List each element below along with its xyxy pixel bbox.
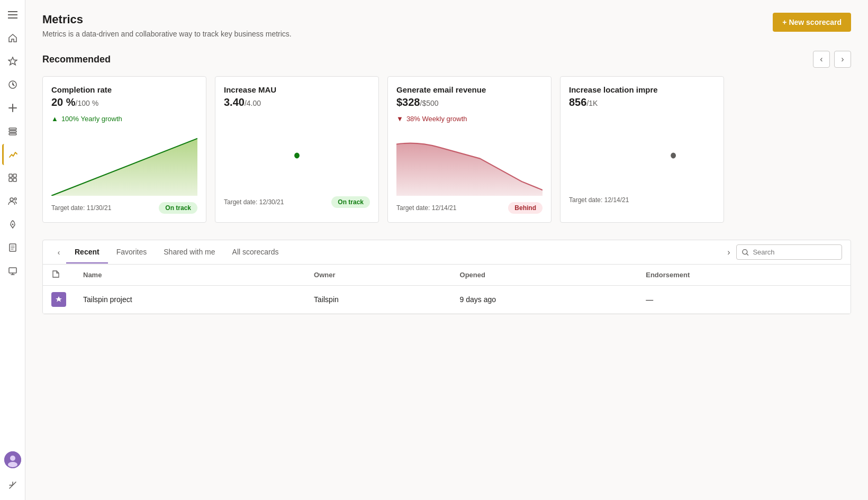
expand-icon[interactable] (2, 475, 23, 496)
row-opened: 9 days ago (451, 286, 638, 314)
svg-point-13 (12, 224, 13, 225)
svg-rect-6 (9, 133, 16, 135)
svg-rect-2 (8, 17, 17, 19)
sidebar (0, 0, 25, 500)
search-icon (742, 249, 748, 256)
people-icon[interactable] (2, 190, 23, 212)
col-header-name: Name (75, 265, 305, 286)
chart-area-2 (396, 127, 542, 196)
svg-point-17 (10, 456, 15, 461)
svg-rect-9 (9, 178, 12, 181)
target-date-2: Target date: 12/14/21 (396, 204, 456, 212)
card-title-3: Increase location impre (569, 85, 715, 94)
page-title: Metrics (42, 13, 292, 26)
monitor-icon[interactable] (2, 260, 23, 281)
tab-recent[interactable]: Recent (66, 241, 108, 263)
status-badge-0: On track (159, 202, 197, 214)
recommended-title: Recommended (42, 54, 111, 65)
avatar[interactable] (4, 451, 21, 468)
card-footer-2: Target date: 12/14/21 Behind (396, 202, 542, 214)
page-header: Metrics Metrics is a data-driven and col… (42, 13, 851, 38)
chart-area-3 (569, 121, 715, 190)
new-scorecard-button[interactable]: + New scorecard (773, 13, 851, 32)
home-icon[interactable] (2, 28, 23, 49)
status-badge-2: Behind (508, 202, 542, 214)
card-growth-0: ▲ 100% Yearly growth (51, 115, 197, 123)
tabs-next-arrow[interactable]: › (721, 241, 736, 264)
rocket-icon[interactable] (2, 214, 23, 235)
tab-all-scorecards[interactable]: All scorecards (224, 241, 287, 263)
page-subtitle: Metrics is a data-driven and collaborati… (42, 30, 292, 38)
card-footer-0: Target date: 11/30/21 On track (51, 202, 197, 214)
scorecard-table: Name Owner Opened Endorsement Tailspin p… (43, 265, 851, 314)
chart-area-1 (224, 121, 370, 190)
hamburger-menu-icon[interactable] (2, 4, 23, 25)
target-date-1: Target date: 12/30/21 (224, 198, 284, 206)
metrics-icon[interactable] (2, 144, 23, 165)
clock-icon[interactable] (2, 74, 23, 95)
growth-arrow-up-icon: ▲ (51, 115, 58, 123)
target-date-0: Target date: 11/30/21 (51, 204, 111, 212)
svg-rect-5 (9, 131, 16, 132)
svg-point-18 (8, 462, 17, 467)
grid-icon[interactable] (2, 167, 23, 188)
svg-rect-8 (13, 174, 16, 177)
svg-rect-10 (13, 178, 16, 181)
create-icon[interactable] (2, 97, 23, 119)
recommended-nav-arrows: ‹ › (813, 51, 851, 68)
main-content: Metrics Metrics is a data-driven and col… (25, 0, 868, 500)
col-header-endorsement: Endorsement (637, 265, 851, 286)
next-arrow-button[interactable]: › (834, 51, 851, 68)
metric-card-0[interactable]: Completion rate 20 %/100 % ▲ 100% Yearly… (42, 76, 206, 223)
tabs-prev-arrow[interactable]: ‹ (51, 241, 66, 264)
metric-card-2[interactable]: Generate email revenue $328/$500 ▼ 38% W… (387, 76, 551, 223)
svg-point-12 (14, 198, 16, 200)
bottom-section: ‹ Recent Favorites Shared with me All sc… (42, 240, 851, 314)
chart-area-0 (51, 127, 197, 196)
search-box (736, 244, 842, 260)
row-owner: Tailspin (305, 286, 451, 314)
row-endorsement: — (637, 286, 851, 314)
recommended-section-header: Recommended ‹ › (42, 51, 851, 68)
svg-rect-0 (8, 11, 17, 12)
page-title-section: Metrics Metrics is a data-driven and col… (42, 13, 292, 38)
status-badge-1: On track (331, 196, 370, 208)
col-header-owner: Owner (305, 265, 451, 286)
prev-arrow-button[interactable]: ‹ (813, 51, 830, 68)
card-title-1: Increase MAU (224, 85, 370, 94)
svg-rect-4 (9, 128, 16, 130)
database-icon[interactable] (2, 121, 23, 142)
tabs-bar: ‹ Recent Favorites Shared with me All sc… (43, 240, 851, 265)
svg-rect-7 (9, 174, 12, 177)
growth-arrow-down-icon: ▼ (396, 115, 403, 123)
card-value-1: 3.40/4.00 (224, 96, 370, 108)
scorecard-type-icon (51, 292, 66, 307)
col-header-icon (43, 265, 75, 286)
metric-card-1[interactable]: Increase MAU 3.40/4.00 Target date: 12/3… (215, 76, 379, 223)
card-value-3: 856/1K (569, 96, 715, 108)
card-value-0: 20 %/100 % (51, 96, 197, 108)
search-input[interactable] (753, 248, 836, 256)
col-header-opened: Opened (451, 265, 638, 286)
svg-point-20 (671, 153, 676, 159)
card-footer-1: Target date: 12/30/21 On track (224, 196, 370, 208)
card-footer-3: Target date: 12/14/21 (569, 196, 715, 204)
svg-rect-1 (8, 14, 17, 15)
svg-point-19 (294, 153, 300, 159)
metric-cards-container: Completion rate 20 %/100 % ▲ 100% Yearly… (42, 76, 851, 223)
metric-card-3[interactable]: Increase location impre 856/1K Target da… (560, 76, 724, 223)
card-value-2: $328/$500 (396, 96, 542, 108)
card-title-0: Completion rate (51, 85, 197, 94)
target-date-3: Target date: 12/14/21 (569, 196, 629, 204)
card-growth-2: ▼ 38% Weekly growth (396, 115, 542, 123)
card-title-2: Generate email revenue (396, 85, 542, 94)
svg-point-11 (10, 198, 13, 201)
svg-rect-15 (9, 268, 16, 273)
book-icon[interactable] (2, 237, 23, 258)
tab-favorites[interactable]: Favorites (108, 241, 156, 263)
tab-shared-with-me[interactable]: Shared with me (155, 241, 223, 263)
table-row[interactable]: Tailspin project Tailspin 9 days ago — (43, 286, 851, 314)
star-icon[interactable] (2, 51, 23, 72)
row-name: Tailspin project (75, 286, 305, 314)
row-icon-cell (43, 286, 75, 314)
